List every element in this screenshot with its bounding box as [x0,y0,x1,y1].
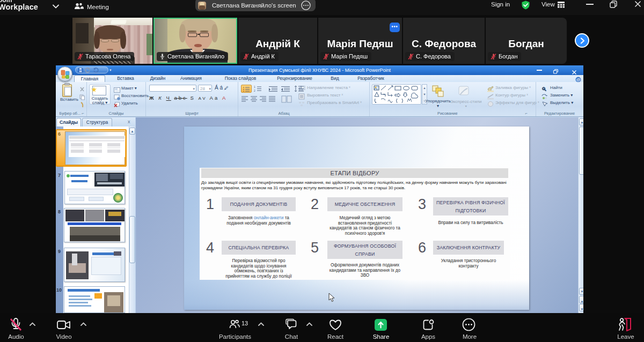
svg-text:@: @ [576,77,580,82]
svg-text:🔍︎: 🔍︎ [541,86,547,92]
svg-text:1: 1 [254,85,255,88]
svg-text:2: 2 [254,89,255,92]
